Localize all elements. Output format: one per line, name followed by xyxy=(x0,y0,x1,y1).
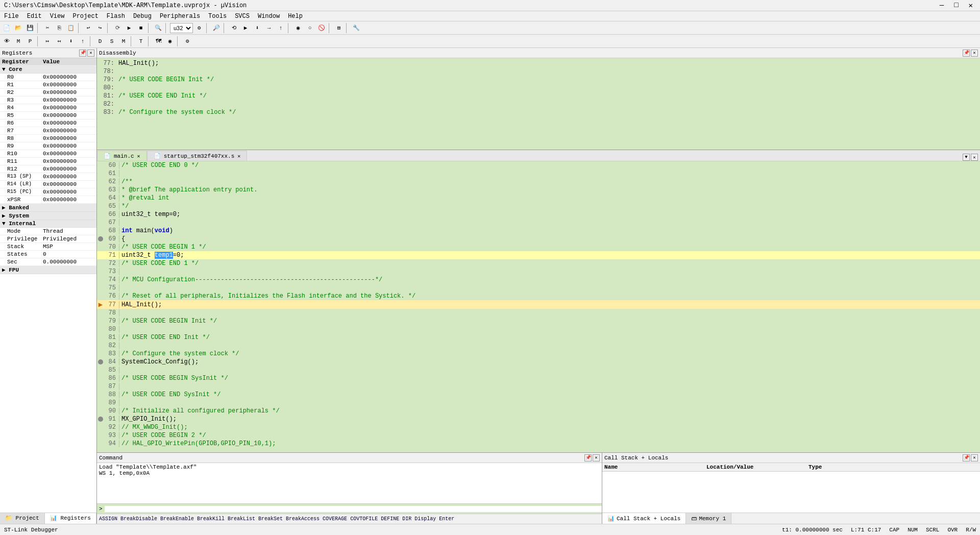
menu-flash[interactable]: Flash xyxy=(103,12,129,21)
tb2-map[interactable]: 🗺 xyxy=(153,36,164,47)
tb-stop[interactable]: ■ xyxy=(135,22,146,34)
menu-window[interactable]: Window xyxy=(254,12,284,21)
shortcut-assign[interactable]: ASSIGN xyxy=(99,516,117,522)
bp-69[interactable] xyxy=(97,236,104,241)
tb-paste[interactable]: 📋 xyxy=(65,22,77,34)
tb-undo[interactable]: ↩ xyxy=(83,22,94,34)
minimize-button[interactable]: — xyxy=(937,1,947,10)
menu-file[interactable]: File xyxy=(0,12,23,21)
main-c-close[interactable]: ✕ xyxy=(137,153,140,159)
editor-dropdown[interactable]: ▼ xyxy=(963,154,970,161)
menu-debug[interactable]: Debug xyxy=(129,12,156,21)
tb-save[interactable]: 💾 xyxy=(24,22,36,34)
command-input[interactable] xyxy=(105,506,602,512)
tb-target-options[interactable]: ⚙ xyxy=(193,22,205,34)
bp-dot-84[interactable] xyxy=(98,359,103,364)
menu-svcs[interactable]: SVCS xyxy=(231,12,254,21)
tb-options[interactable]: 🔧 xyxy=(351,22,362,34)
registers-close-btn[interactable]: ✕ xyxy=(87,50,94,57)
tb-build[interactable]: ▶ xyxy=(124,22,135,34)
code-line-92: 92 // MX_WWDG_Init(); xyxy=(97,423,980,431)
tb-open[interactable]: 📂 xyxy=(13,22,24,34)
reg-group-system[interactable]: ▶ System xyxy=(0,212,96,220)
shortcut-breakenable[interactable]: BreakEnable xyxy=(160,516,194,522)
command-close-btn[interactable]: ✕ xyxy=(593,454,600,461)
callstack-pin[interactable]: 📌 xyxy=(963,454,970,461)
bp-84[interactable] xyxy=(97,359,104,364)
tb-search[interactable]: 🔎 xyxy=(211,22,222,34)
target-selector[interactable]: u32 xyxy=(170,23,193,33)
shortcut-enter[interactable]: Enter xyxy=(439,516,454,522)
shortcut-breakdisable[interactable]: BreakDisable xyxy=(120,516,157,522)
editor-close[interactable]: ✕ xyxy=(971,154,978,161)
reg-group-core[interactable]: ▼ Core xyxy=(0,66,96,74)
tb2-run-to[interactable]: ↦ xyxy=(42,36,53,47)
bp-91[interactable] xyxy=(97,417,104,422)
tb2-run-back[interactable]: ↤ xyxy=(54,36,65,47)
menu-edit[interactable]: Edit xyxy=(23,12,46,21)
bp-dot-69[interactable] xyxy=(98,236,103,241)
shortcut-breakkill[interactable]: BreakKill xyxy=(197,516,225,522)
shortcut-covtofile[interactable]: COVTOFILE xyxy=(350,516,378,522)
tb-step[interactable]: ⬇ xyxy=(252,22,263,34)
reg-group-internal[interactable]: ▼ Internal xyxy=(0,220,96,228)
tb-copy[interactable]: ⎘ xyxy=(54,22,65,34)
tab-main-c[interactable]: 📄 main.c ✕ xyxy=(97,151,147,161)
code-editor-content[interactable]: 60 /* USER CODE END 0 */ 61 62 /** 63 xyxy=(97,161,980,452)
tab-startup[interactable]: 📄 startup_stm32f407xx.s ✕ xyxy=(147,151,248,161)
menu-view[interactable]: View xyxy=(46,12,69,21)
tb2-perf[interactable]: P xyxy=(24,36,36,47)
tb-step-out[interactable]: ↑ xyxy=(275,22,286,34)
close-button[interactable]: ✕ xyxy=(966,1,976,10)
tb2-mix[interactable]: M xyxy=(118,36,129,47)
tb2-tool1[interactable]: ⚙ xyxy=(182,36,193,47)
tb-new[interactable]: 📄 xyxy=(1,22,12,34)
tb2-src[interactable]: S xyxy=(106,36,117,47)
tb-cut[interactable]: ✂ xyxy=(42,22,53,34)
disassembly-pin-btn[interactable]: 📌 xyxy=(963,50,970,57)
callstack-close-btn[interactable]: ✕ xyxy=(971,454,978,461)
tb-debug[interactable]: 🔍 xyxy=(153,22,164,34)
shortcut-breakaccess[interactable]: BreakAccess xyxy=(286,516,320,522)
bp-dot-91[interactable] xyxy=(98,417,103,422)
tb-reset[interactable]: ⟲ xyxy=(228,22,239,34)
tab-registers[interactable]: 📊 Registers xyxy=(45,513,96,524)
tb2-watch[interactable]: 👁 xyxy=(1,36,12,47)
startup-close[interactable]: ✕ xyxy=(237,153,240,159)
cs-tab-callstack[interactable]: 📊 Call Stack + Locals xyxy=(602,513,686,524)
shortcut-coverage[interactable]: COVERAGE xyxy=(323,516,347,522)
maximize-button[interactable]: □ xyxy=(951,1,961,10)
shortcut-dir[interactable]: DIR xyxy=(402,516,411,522)
shortcut-define[interactable]: DEFINE xyxy=(381,516,399,522)
tb-run[interactable]: ▶ xyxy=(240,22,251,34)
tb-step-over[interactable]: → xyxy=(263,22,275,34)
tb2-trace[interactable]: T xyxy=(135,36,146,47)
menu-peripherals[interactable]: Peripherals xyxy=(156,12,204,21)
bp-77[interactable]: ▶ xyxy=(97,300,104,309)
command-pin[interactable]: 📌 xyxy=(584,454,592,461)
menu-project[interactable]: Project xyxy=(68,12,102,21)
tb2-mem[interactable]: M xyxy=(13,36,24,47)
shortcut-breaklist[interactable]: BreakList xyxy=(228,516,255,522)
tb2-step-b[interactable]: ⬇ xyxy=(65,36,77,47)
reg-group-fpu[interactable]: ▶ FPU xyxy=(0,266,96,274)
tb-bp-toggle[interactable]: ◉ xyxy=(292,22,304,34)
tb2-bp2[interactable]: ◉ xyxy=(164,36,176,47)
shortcut-breakset[interactable]: BreakSet xyxy=(258,516,283,522)
tb2-disasm[interactable]: D xyxy=(94,36,106,47)
cs-tab-memory1[interactable]: 🗃 Memory 1 xyxy=(686,513,731,524)
registers-pin-btn[interactable]: 📌 xyxy=(79,50,86,57)
shortcut-display[interactable]: Display xyxy=(414,516,436,522)
tb-bp-clear[interactable]: 🚫 xyxy=(316,22,327,34)
reg-row-r3: R30x00000000 xyxy=(0,96,96,104)
disassembly-close-btn[interactable]: ✕ xyxy=(971,50,978,57)
tb-window[interactable]: ⊞ xyxy=(333,22,345,34)
menu-tools[interactable]: Tools xyxy=(204,12,231,21)
tb-build-all[interactable]: ⟳ xyxy=(112,22,123,34)
tab-project[interactable]: 📁 Project xyxy=(0,513,45,524)
tb-redo[interactable]: ↪ xyxy=(94,22,106,34)
menu-help[interactable]: Help xyxy=(284,12,307,21)
tb2-step-out2[interactable]: ↑ xyxy=(77,36,88,47)
reg-group-banked[interactable]: ▶ Banked xyxy=(0,204,96,212)
tb-bp-disable[interactable]: ○ xyxy=(304,22,315,34)
